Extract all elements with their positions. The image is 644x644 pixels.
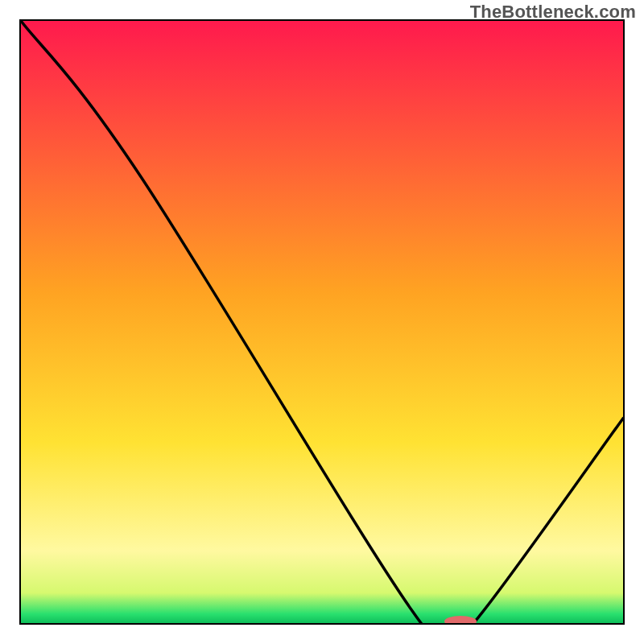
minimum-marker — [444, 616, 477, 627]
chart-frame: TheBottleneck.com — [0, 0, 644, 644]
bottleneck-chart — [0, 0, 644, 644]
watermark-text: TheBottleneck.com — [470, 2, 636, 23]
gradient-background — [21, 21, 623, 623]
